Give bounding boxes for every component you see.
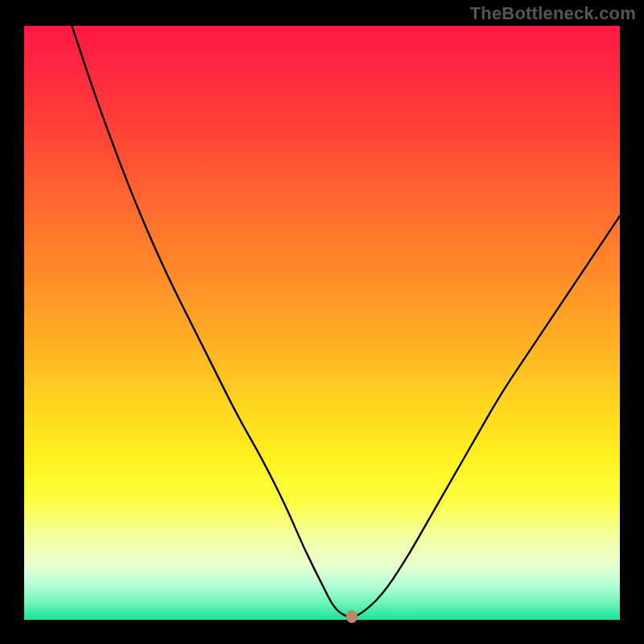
chart-container: TheBottleneck.com	[0, 0, 644, 644]
curve-svg	[24, 26, 620, 620]
plot-area	[24, 26, 620, 620]
best-point-marker	[346, 610, 357, 623]
bottleneck-curve	[72, 26, 620, 617]
watermark-text: TheBottleneck.com	[470, 3, 636, 24]
